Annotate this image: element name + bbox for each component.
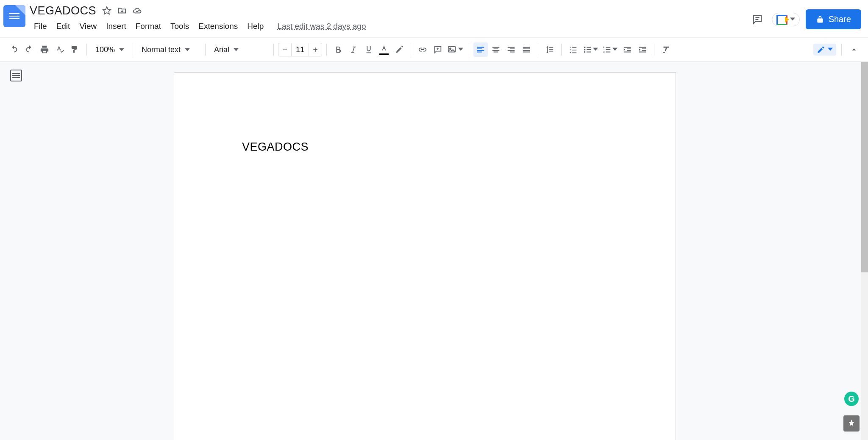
menu-bar: File Edit View Insert Format Tools Exten… <box>30 19 749 34</box>
spellcheck-icon[interactable] <box>53 42 67 57</box>
paragraph-style-value: Normal text <box>142 45 181 54</box>
separator <box>86 44 87 56</box>
italic-icon[interactable] <box>346 42 361 57</box>
share-button[interactable]: Share <box>806 9 861 29</box>
menu-file[interactable]: File <box>30 20 51 33</box>
separator <box>841 44 842 56</box>
font-size-control: − + <box>278 43 322 56</box>
header-center: VEGADOCS File Edit View Insert Format To… <box>30 3 749 34</box>
separator <box>561 44 562 56</box>
font-family-value: Arial <box>214 45 229 54</box>
docs-logo[interactable] <box>3 5 25 27</box>
underline-icon[interactable] <box>362 42 376 57</box>
print-icon[interactable] <box>37 42 52 57</box>
menu-format[interactable]: Format <box>131 20 165 33</box>
chevron-down-icon <box>458 46 463 53</box>
line-spacing-icon[interactable] <box>542 42 557 57</box>
insert-link-icon[interactable] <box>415 42 430 57</box>
separator <box>411 44 411 56</box>
add-comment-icon[interactable] <box>431 42 445 57</box>
move-folder-icon[interactable] <box>117 6 127 15</box>
insert-image-icon[interactable] <box>446 42 465 57</box>
svg-point-7 <box>584 47 586 48</box>
document-body-text[interactable]: VEGADOCS <box>242 140 608 154</box>
font-size-input[interactable] <box>291 43 309 56</box>
separator <box>469 44 469 56</box>
menu-help[interactable]: Help <box>243 20 268 33</box>
bulleted-list-icon[interactable] <box>581 42 600 57</box>
text-color-icon[interactable] <box>377 42 391 57</box>
workspace: VEGADOCS G <box>0 62 868 440</box>
clear-formatting-icon[interactable] <box>659 42 673 57</box>
grammarly-button[interactable]: G <box>844 392 859 406</box>
svg-point-8 <box>584 49 586 50</box>
chevron-down-icon <box>234 45 239 54</box>
svg-point-9 <box>584 51 586 53</box>
vertical-scrollbar[interactable] <box>861 62 868 440</box>
chevron-down-icon <box>612 46 618 53</box>
increase-indent-icon[interactable] <box>635 42 650 57</box>
comment-history-icon[interactable] <box>749 11 766 28</box>
menu-extensions[interactable]: Extensions <box>194 20 242 33</box>
meet-button[interactable] <box>772 13 800 26</box>
toolbar: 100% Normal text Arial − + <box>0 37 868 62</box>
share-button-label: Share <box>829 14 851 24</box>
meet-icon <box>776 15 787 24</box>
menu-insert[interactable]: Insert <box>102 20 131 33</box>
cloud-status-icon[interactable] <box>133 6 142 15</box>
chevron-down-icon <box>119 45 124 54</box>
align-center-icon[interactable] <box>489 42 503 57</box>
align-justify-icon[interactable] <box>519 42 534 57</box>
increase-font-size-button[interactable]: + <box>309 43 322 56</box>
chevron-down-icon <box>828 46 833 53</box>
app-header: VEGADOCS File Edit View Insert Format To… <box>0 0 868 37</box>
menu-edit[interactable]: Edit <box>52 20 75 33</box>
font-family-select[interactable]: Arial <box>210 45 269 54</box>
separator <box>538 44 538 56</box>
separator <box>273 44 274 56</box>
menu-tools[interactable]: Tools <box>166 20 193 33</box>
chevron-down-icon <box>790 16 795 23</box>
numbered-list-icon[interactable] <box>601 42 619 57</box>
document-outline-icon[interactable] <box>10 70 22 81</box>
zoom-select[interactable]: 100% <box>91 45 128 54</box>
align-left-icon[interactable] <box>473 42 488 57</box>
editing-mode-button[interactable] <box>813 44 836 56</box>
toolbar-right <box>813 42 861 57</box>
checklist-icon[interactable] <box>566 42 580 57</box>
chevron-down-icon <box>593 46 598 53</box>
undo-icon[interactable] <box>7 42 21 57</box>
separator <box>654 44 654 56</box>
separator <box>326 44 327 56</box>
star-icon[interactable] <box>102 6 111 15</box>
document-page[interactable]: VEGADOCS <box>174 72 676 440</box>
explore-button[interactable] <box>843 415 860 432</box>
separator <box>133 44 133 56</box>
last-edit-link[interactable]: Last edit was 2 days ago <box>277 22 366 31</box>
align-right-icon[interactable] <box>504 42 518 57</box>
paragraph-style-select[interactable]: Normal text <box>137 45 201 54</box>
decrease-indent-icon[interactable] <box>620 42 634 57</box>
menu-view[interactable]: View <box>75 20 101 33</box>
separator <box>205 44 206 56</box>
redo-icon[interactable] <box>22 42 36 57</box>
header-right: Share <box>749 9 861 29</box>
title-row: VEGADOCS <box>30 3 749 18</box>
decrease-font-size-button[interactable]: − <box>278 43 291 56</box>
svg-marker-0 <box>103 7 111 14</box>
document-title[interactable]: VEGADOCS <box>30 4 96 17</box>
bold-icon[interactable] <box>331 42 345 57</box>
scrollbar-thumb[interactable] <box>861 62 868 272</box>
zoom-value: 100% <box>95 45 115 54</box>
highlight-color-icon[interactable] <box>392 42 406 57</box>
chevron-down-icon <box>185 45 190 54</box>
paint-format-icon[interactable] <box>68 42 82 57</box>
collapse-toolbar-icon[interactable] <box>847 42 861 57</box>
